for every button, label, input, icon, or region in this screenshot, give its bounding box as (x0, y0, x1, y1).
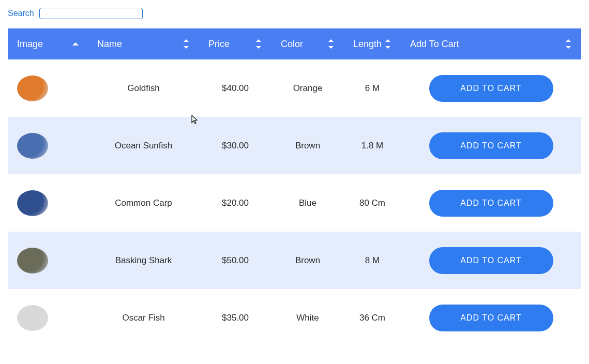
cell-name: Ocean Sunfish (88, 141, 199, 151)
table-row: Common Carp$20.00Blue80 CmADD TO CART (8, 174, 581, 232)
cell-name: Common Carp (88, 198, 199, 208)
add-to-cart-button[interactable]: ADD TO CART (429, 190, 553, 217)
cell-color: Brown (271, 141, 344, 151)
add-to-cart-button[interactable]: ADD TO CART (429, 75, 553, 102)
col-header-label: Length (353, 39, 382, 50)
col-header-cart[interactable]: Add To Cart (401, 28, 581, 59)
cell-price: $50.00 (199, 255, 271, 266)
sort-both-icon (256, 39, 262, 49)
col-header-label: Add To Cart (410, 39, 459, 50)
cell-price: $35.00 (199, 313, 271, 323)
cell-image (8, 190, 88, 216)
table-body: Goldfish$40.00Orange6 MADD TO CARTOcean … (8, 59, 581, 346)
sort-both-icon (328, 39, 335, 49)
cell-name: Oscar Fish (88, 313, 199, 323)
sort-asc-icon (72, 42, 79, 46)
fish-thumbnail (17, 248, 48, 274)
cell-color: Blue (271, 198, 344, 208)
product-table: Image Name Price Color Length Add To Car… (8, 28, 581, 346)
cell-length: 80 Cm (344, 198, 401, 208)
fish-thumbnail (17, 75, 48, 101)
cell-cart: ADD TO CART (401, 190, 581, 217)
cell-length: 1.8 M (344, 141, 401, 151)
cell-cart: ADD TO CART (401, 132, 581, 159)
fish-thumbnail (17, 190, 48, 216)
cell-length: 36 Cm (344, 313, 401, 323)
cell-image (8, 248, 88, 274)
cell-name: Basking Shark (88, 255, 199, 266)
cell-cart: ADD TO CART (401, 247, 581, 274)
cell-color: Brown (271, 255, 344, 266)
cell-image (8, 305, 88, 331)
col-header-label: Image (17, 39, 43, 50)
add-to-cart-button[interactable]: ADD TO CART (429, 305, 553, 331)
cell-length: 6 M (344, 83, 401, 94)
search-label: Search (8, 9, 34, 18)
table-row: Basking Shark$50.00Brown8 MADD TO CART (8, 232, 581, 289)
table-header: Image Name Price Color Length Add To Car… (8, 28, 581, 59)
fish-thumbnail (17, 305, 48, 331)
cell-color: White (271, 313, 344, 323)
search-input[interactable] (39, 8, 143, 19)
col-header-label: Color (281, 39, 303, 50)
table-row: Goldfish$40.00Orange6 MADD TO CART (8, 59, 581, 117)
col-header-color[interactable]: Color (271, 28, 344, 59)
cell-color: Orange (271, 83, 344, 94)
sort-both-icon (566, 39, 572, 49)
col-header-label: Name (97, 39, 122, 50)
cell-cart: ADD TO CART (401, 75, 581, 102)
cell-name: Goldfish (88, 83, 199, 94)
col-header-name[interactable]: Name (88, 28, 199, 59)
col-header-price[interactable]: Price (199, 28, 271, 59)
sort-both-icon (184, 39, 190, 49)
cell-price: $40.00 (199, 83, 271, 94)
cell-cart: ADD TO CART (401, 305, 581, 331)
cell-image (8, 75, 88, 101)
sort-both-icon (385, 39, 391, 49)
table-row: Oscar Fish$35.00White36 CmADD TO CART (8, 289, 581, 346)
table-row: Ocean Sunfish$30.00Brown1.8 MADD TO CART (8, 117, 581, 174)
col-header-image[interactable]: Image (8, 28, 88, 59)
col-header-label: Price (208, 39, 230, 50)
add-to-cart-button[interactable]: ADD TO CART (429, 132, 553, 159)
cell-price: $20.00 (199, 198, 271, 208)
cell-price: $30.00 (199, 141, 271, 151)
cell-image (8, 133, 88, 159)
search-row: Search (8, 8, 581, 19)
add-to-cart-button[interactable]: ADD TO CART (429, 247, 553, 274)
cell-length: 8 M (344, 255, 401, 266)
fish-thumbnail (17, 133, 48, 159)
col-header-length[interactable]: Length (344, 28, 401, 59)
